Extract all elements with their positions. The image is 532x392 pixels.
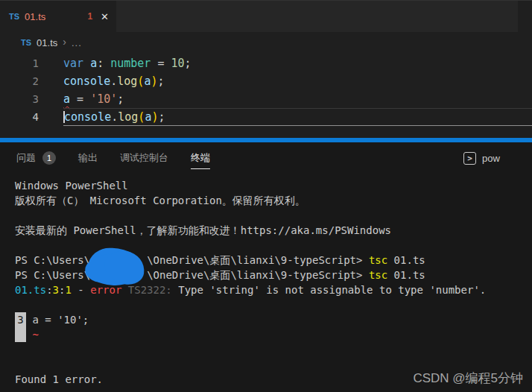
code-editor[interactable]: 1var a: number = 10;2console.log(a);3a =…: [0, 53, 532, 126]
tab-output-label: 输出: [78, 151, 98, 165]
problems-count-badge: 1: [42, 151, 56, 165]
close-icon[interactable]: ✕: [101, 12, 109, 22]
line-number: 1: [0, 54, 39, 72]
code-text: console.log(a);: [63, 72, 532, 90]
code-token: ;: [157, 75, 164, 88]
typescript-file-icon: TS: [21, 38, 31, 47]
code-token: ;: [185, 57, 191, 70]
terminal-line: PS C:\Users\\OneDrive\桌面\lianxi\9-typeSc…: [15, 268, 532, 282]
breadcrumb-file[interactable]: 01.ts: [37, 37, 57, 48]
terminal-text-segment: 1: [65, 284, 71, 296]
code-token: [83, 57, 90, 70]
bottom-panel: 问题 1 输出 调试控制台 终端 > pow Windows PowerShel…: [0, 142, 532, 392]
breadcrumb-symbol-ellipsis[interactable]: ...: [72, 37, 82, 48]
code-token: '10': [90, 92, 117, 106]
terminal-text-segment: 01.ts: [15, 284, 46, 296]
code-token: console: [63, 75, 110, 88]
tab-output[interactable]: 输出: [78, 142, 98, 174]
tab-terminal[interactable]: 终端: [191, 142, 210, 174]
terminal-text-segment: PS C:\Users\: [15, 254, 90, 266]
terminal-line: 01.ts:3:1 - error TS2322: Type 'string' …: [15, 282, 532, 297]
tab-problems[interactable]: 问题 1: [16, 142, 56, 174]
terminal-text-segment: TS2322:: [128, 284, 172, 296]
terminal-line: PS C:\Users\\OneDrive\桌面\lianxi\9-typeSc…: [15, 253, 532, 268]
terminal-line: [15, 342, 532, 357]
terminal-line: [15, 238, 532, 253]
code-token: .: [111, 110, 118, 124]
tab-error-count-badge: 1: [87, 11, 92, 22]
tab-debug-console-label: 调试控制台: [120, 151, 168, 165]
terminal-icon: >: [463, 152, 476, 165]
terminal-text-segment: error: [90, 284, 121, 296]
code-token: 10: [171, 57, 185, 70]
tab-debug-console[interactable]: 调试控制台: [120, 142, 168, 174]
terminal-text-segment: 01.ts: [387, 254, 425, 266]
code-text: var a: number = 10;: [63, 54, 532, 72]
csdn-watermark: CSDN @编程5分钟: [413, 370, 523, 387]
terminal-line: Windows PowerShell: [15, 178, 532, 193]
code-token: var: [63, 57, 83, 70]
terminal-text-segment: Windows PowerShell: [15, 180, 128, 192]
line-number: 4: [0, 108, 39, 126]
terminal-text-segment: 3: [15, 312, 26, 327]
code-token: number: [110, 57, 151, 70]
terminal-shell-selector[interactable]: > pow: [463, 142, 532, 174]
terminal-line: 安装最新的 PowerShell，了解新功能和改进！https://aka.ms…: [15, 223, 532, 238]
code-token: [104, 57, 110, 70]
code-token: [70, 92, 77, 106]
tab-problems-label: 问题: [16, 151, 36, 165]
code-token: [164, 57, 171, 70]
chevron-right-icon: ›: [63, 36, 66, 48]
terminal-line: 版权所有（C） Microsoft Corporation。保留所有权利。: [15, 193, 532, 208]
code-line[interactable]: 3a = '10';: [0, 90, 532, 108]
terminal-line: ~: [15, 327, 532, 342]
terminal-text-segment: [121, 284, 127, 296]
code-line[interactable]: 4console.log(a);: [0, 108, 532, 126]
code-token: log: [117, 75, 137, 88]
terminal-text-segment: 01.ts: [387, 269, 425, 281]
code-text: a = '10';: [63, 90, 532, 108]
terminal-shell-name: pow: [482, 153, 500, 164]
terminal-text-segment: a = '10';: [26, 314, 89, 326]
code-token: :: [97, 57, 104, 70]
terminal-text-segment: [15, 327, 26, 342]
line-number: 3: [0, 90, 39, 108]
code-token: console: [64, 110, 111, 124]
code-token: ;: [117, 92, 124, 106]
terminal-text-segment: tsc: [369, 269, 387, 281]
tab-filename: 01.ts: [25, 11, 45, 22]
terminal-text-segment: PS C:\Users\: [15, 269, 90, 281]
terminal-text-segment: Found 1 error.: [15, 373, 103, 385]
code-line[interactable]: 2console.log(a);: [0, 72, 532, 90]
vscode-window: TS 01.ts 1 ✕ TS 01.ts › ... 1var a: numb…: [0, 0, 532, 392]
breadcrumb: TS 01.ts › ...: [0, 32, 532, 53]
terminal-text-segment: 安装最新的 PowerShell，了解新功能和改进！https://aka.ms…: [15, 224, 391, 236]
line-number: 2: [0, 72, 39, 90]
code-token: ;: [158, 110, 165, 124]
panel-tab-bar: 问题 1 输出 调试控制台 终端 > pow: [0, 142, 532, 174]
code-token: .: [110, 75, 117, 88]
terminal-text-segment: \OneDrive\桌面\lianxi\9-typeScript>: [147, 254, 369, 266]
code-line[interactable]: 1var a: number = 10;: [0, 54, 532, 72]
terminal-line: [15, 208, 532, 223]
terminal-output[interactable]: Windows PowerShell版权所有（C） Microsoft Corp…: [0, 174, 532, 387]
terminal-text-segment: tsc: [369, 254, 387, 266]
terminal-text-segment: 3: [53, 284, 59, 296]
typescript-file-icon: TS: [9, 12, 19, 21]
terminal-line: [15, 297, 532, 312]
terminal-text-segment: :: [46, 284, 52, 296]
terminal-text-segment: ~: [32, 329, 38, 341]
terminal-text-segment: -: [72, 284, 90, 296]
terminal-line: 3 a = '10';: [15, 312, 532, 327]
editor-tab-bar: TS 01.ts 1 ✕: [0, 0, 532, 32]
code-token: [83, 92, 90, 106]
tab-01ts[interactable]: TS 01.ts 1 ✕: [0, 1, 116, 32]
terminal-lines: Windows PowerShell版权所有（C） Microsoft Corp…: [15, 178, 532, 387]
terminal-text-segment: Type 'string' is not assignable to type …: [172, 284, 486, 296]
editor-lines: 1var a: number = 10;2console.log(a);3a =…: [0, 54, 532, 126]
code-token: a: [90, 57, 97, 70]
terminal-text-segment: 版权所有（C） Microsoft Corporation。保留所有权利。: [15, 195, 305, 206]
tab-terminal-label: 终端: [191, 151, 210, 165]
terminal-text-segment: \OneDrive\桌面\lianxi\9-typeScript>: [147, 269, 369, 281]
code-token: log: [118, 110, 138, 124]
